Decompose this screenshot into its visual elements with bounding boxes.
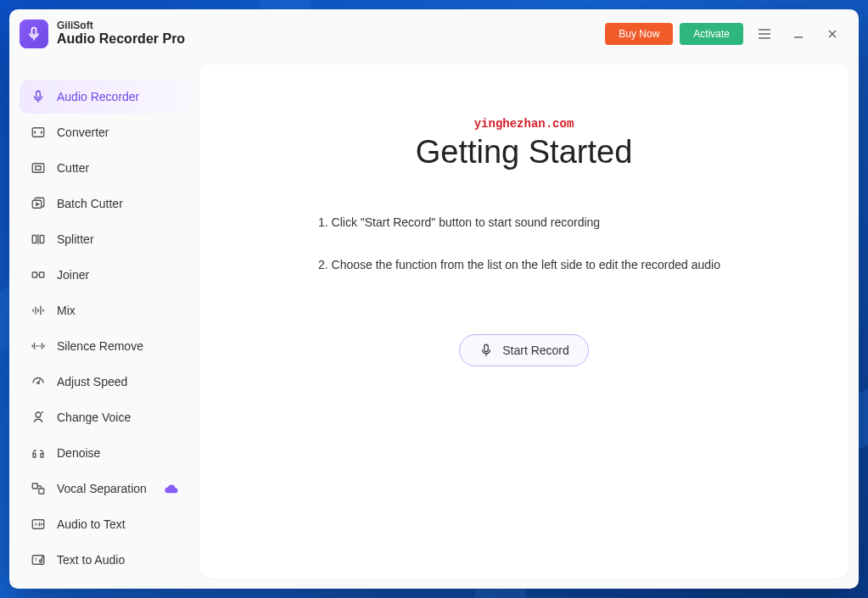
sidebar-item-audio-recorder[interactable]: Audio Recorder [20, 80, 189, 114]
svg-rect-7 [36, 91, 41, 98]
sidebar-item-label: Silence Remove [57, 339, 143, 353]
sidebar-item-label: Joiner [57, 268, 89, 282]
splitter-icon [30, 231, 47, 248]
speed-icon [30, 373, 47, 390]
sidebar-item-label: Converter [57, 126, 109, 139]
sidebar-item-mix[interactable]: Mix [20, 293, 189, 327]
titlebar: GiliSoft Audio Recorder Pro Buy Now Acti… [9, 9, 859, 58]
page-title: Getting Started [233, 134, 815, 170]
svg-marker-12 [36, 203, 39, 205]
converter-icon [30, 124, 47, 141]
silence-icon [30, 338, 47, 355]
brand-bottom: Audio Recorder Pro [57, 31, 185, 47]
sidebar-item-label: Denoise [57, 446, 100, 460]
sidebar-item-converter[interactable]: Converter [20, 115, 189, 149]
sidebar-item-label: Adjust Speed [57, 375, 127, 388]
batch-cutter-icon [30, 195, 47, 212]
sidebar-item-audio-to-text[interactable]: A Audio to Text [20, 507, 189, 541]
svg-rect-34 [41, 454, 43, 458]
mix-icon [30, 302, 47, 319]
sidebar-item-label: Change Voice [57, 411, 131, 424]
sidebar: Audio Recorder Converter Cutter Batch Cu… [20, 64, 189, 578]
start-record-button[interactable]: Start Record [459, 334, 589, 366]
start-record-label: Start Record [502, 344, 569, 357]
mic-icon [479, 343, 494, 358]
text-to-audio-icon: T [30, 551, 47, 568]
sidebar-item-label: Splitter [57, 232, 94, 246]
sidebar-item-denoise[interactable]: Denoise [20, 436, 189, 470]
joiner-icon [30, 266, 47, 283]
svg-text:A: A [35, 522, 38, 527]
sidebar-item-silence-remove[interactable]: Silence Remove [20, 329, 189, 363]
sidebar-item-label: Vocal Separation [57, 482, 147, 495]
app-window: GiliSoft Audio Recorder Pro Buy Now Acti… [9, 9, 859, 589]
sidebar-item-batch-cutter[interactable]: Batch Cutter [20, 187, 189, 221]
sidebar-item-text-to-audio[interactable]: T Text to Audio [20, 543, 189, 577]
audio-to-text-icon: A [30, 516, 47, 533]
sidebar-item-adjust-speed[interactable]: Adjust Speed [20, 365, 189, 399]
svg-rect-9 [32, 164, 44, 173]
voice-icon [30, 409, 47, 426]
svg-rect-10 [36, 166, 41, 170]
sidebar-item-splitter[interactable]: Splitter [20, 222, 189, 256]
svg-rect-16 [32, 272, 36, 277]
sidebar-item-cutter[interactable]: Cutter [20, 151, 189, 185]
sidebar-item-label: Audio to Text [57, 517, 126, 531]
activate-button[interactable]: Activate [680, 23, 743, 45]
instruction-step-1: 1. Click "Start Record" button to start … [233, 213, 815, 232]
sidebar-item-label: Text to Audio [57, 553, 125, 567]
sidebar-item-joiner[interactable]: Joiner [20, 258, 189, 292]
mic-icon [30, 88, 47, 105]
svg-rect-33 [33, 454, 36, 458]
cutter-icon [30, 159, 47, 176]
buy-now-button[interactable]: Buy Now [605, 23, 673, 45]
sidebar-item-vocal-separation[interactable]: Vocal Separation [20, 472, 189, 506]
instruction-step-2: 2. Choose the function from the list on … [233, 255, 815, 274]
app-logo [20, 20, 48, 48]
svg-rect-36 [39, 489, 44, 494]
svg-rect-17 [40, 272, 44, 277]
svg-rect-42 [484, 344, 489, 351]
svg-rect-13 [32, 236, 36, 243]
watermark: yinghezhan.com [474, 117, 574, 131]
sidebar-item-label: Batch Cutter [57, 197, 123, 210]
instructions: 1. Click "Start Record" button to start … [233, 213, 815, 275]
minimize-button[interactable] [786, 21, 811, 47]
svg-rect-0 [32, 27, 36, 35]
main-panel: yinghezhan.com Getting Started 1. Click … [199, 64, 848, 578]
sidebar-item-label: Audio Recorder [57, 90, 139, 103]
menu-icon[interactable] [752, 21, 777, 47]
sidebar-item-change-voice[interactable]: Change Voice [20, 400, 189, 434]
vocal-icon [30, 480, 47, 497]
svg-rect-35 [32, 483, 37, 489]
cloud-icon [164, 483, 179, 495]
brand-top: GiliSoft [57, 20, 185, 31]
svg-text:T: T [35, 557, 38, 562]
brand: GiliSoft Audio Recorder Pro [57, 20, 185, 47]
sidebar-item-label: Mix [57, 304, 76, 317]
svg-point-32 [36, 412, 41, 417]
close-button[interactable] [820, 21, 845, 47]
sidebar-item-label: Cutter [57, 161, 89, 175]
denoise-icon [30, 444, 47, 461]
svg-rect-14 [40, 236, 44, 243]
